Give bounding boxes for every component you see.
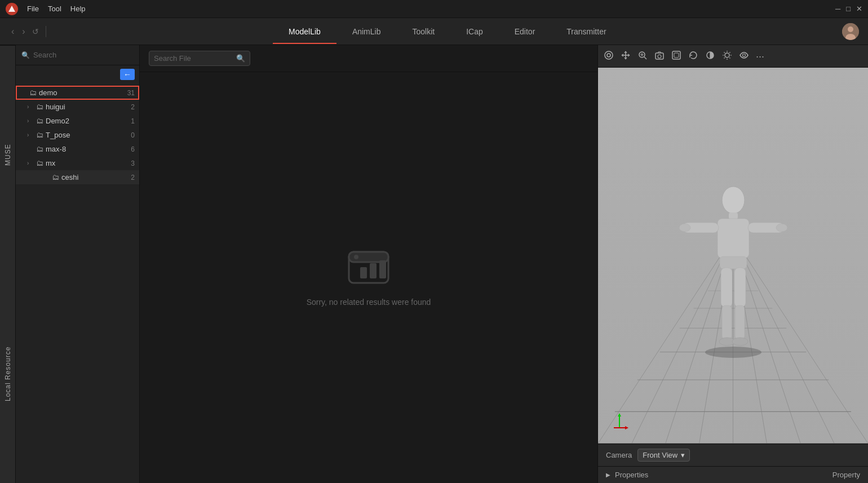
- nav-arrows: ‹ ›: [9, 25, 28, 38]
- tree-arrow-mx: ›: [27, 160, 34, 166]
- nav-refresh-button[interactable]: ↺: [32, 27, 39, 36]
- svg-rect-44: [721, 268, 732, 307]
- properties-row: ▶ Properties Property: [598, 467, 868, 483]
- tree-label-ceshi: ceshi: [61, 173, 126, 181]
- vp-camera-icon[interactable]: [604, 50, 614, 62]
- folder-icon-tpose: 🗂: [36, 131, 43, 139]
- search-file-wrapper: 🔍: [149, 51, 250, 66]
- svg-rect-16: [674, 53, 679, 57]
- folder-icon-mx: 🗂: [36, 159, 43, 167]
- search-file-input[interactable]: [154, 54, 233, 63]
- side-tab-local-resource[interactable]: Local Resource: [0, 264, 15, 483]
- menu-file[interactable]: File: [27, 5, 39, 13]
- vp-frame-icon[interactable]: [671, 50, 681, 62]
- tab-modellib[interactable]: ModelLib: [273, 19, 336, 44]
- tree-label-demo2: Demo2: [46, 117, 126, 125]
- character-3d: [677, 186, 790, 361]
- svg-point-18: [725, 53, 729, 57]
- folder-icon-demo2: 🗂: [36, 117, 43, 125]
- tree-item-max8[interactable]: 🗂 max-8 6: [16, 142, 139, 156]
- tree-list: 🗂 demo 31 › 🗂 huigui 2 › 🗂 Demo2 1 › �: [16, 83, 139, 483]
- svg-point-36: [722, 187, 745, 214]
- nav-forward-button[interactable]: ›: [20, 25, 27, 38]
- content-area: 🔍 Sorry, no related results were found: [140, 45, 597, 483]
- tab-transmitter[interactable]: Transmitter: [551, 19, 622, 44]
- svg-point-2: [848, 26, 853, 32]
- tab-animlib[interactable]: AnimLib: [336, 19, 397, 44]
- tree-item-mx[interactable]: › 🗂 mx 3: [16, 156, 139, 170]
- svg-point-6: [354, 255, 358, 259]
- menu-bar: File Tool Help: [27, 5, 86, 13]
- nav-back-button[interactable]: ‹: [9, 25, 16, 38]
- maximize-button[interactable]: □: [846, 5, 851, 13]
- properties-arrow-icon: ▶: [606, 472, 610, 478]
- svg-rect-37: [729, 212, 738, 219]
- main-layout: MUSE Local Resource 🔍 ← 🗂 demo 31 › 🗂: [0, 45, 868, 483]
- tree-item-ceshi[interactable]: 🗂 ceshi 2: [16, 170, 139, 184]
- tree-item-tpose[interactable]: › 🗂 T_pose 0: [16, 128, 139, 142]
- tree-arrow-demo2: ›: [27, 118, 34, 124]
- vp-snapshot-icon[interactable]: [654, 50, 665, 62]
- camera-select[interactable]: Front View ▾: [637, 449, 690, 462]
- svg-marker-52: [618, 413, 621, 416]
- tab-toolkit[interactable]: Toolkit: [396, 19, 450, 44]
- search-input[interactable]: [33, 51, 134, 59]
- folder-icon-demo: 🗂: [29, 88, 37, 97]
- tree-item-demo[interactable]: 🗂 demo 31: [16, 86, 139, 100]
- nav-bar: ‹ › ↺ ModelLib AnimLib Toolkit ICap Edit…: [0, 18, 868, 45]
- folder-icon-huigui: 🗂: [36, 103, 43, 111]
- tree-label-max8: max-8: [46, 145, 126, 153]
- tree-arrow-tpose: ›: [27, 132, 34, 138]
- vp-brightness-icon[interactable]: [722, 50, 732, 62]
- svg-rect-8: [370, 263, 377, 278]
- chevron-down-icon: ▾: [681, 451, 685, 459]
- vp-contrast-icon[interactable]: [705, 50, 715, 62]
- svg-rect-45: [734, 268, 746, 307]
- axis-indicator: [608, 411, 631, 433]
- empty-message: Sorry, no related results were found: [307, 298, 431, 307]
- nav-separator: [46, 26, 46, 37]
- empty-state: Sorry, no related results were found: [140, 72, 597, 483]
- window-controls: ─ □ ✕: [835, 5, 862, 13]
- side-tabs: MUSE Local Resource: [0, 45, 16, 483]
- vp-eye-icon[interactable]: [739, 50, 749, 62]
- camera-label: Camera: [606, 451, 632, 459]
- menu-help[interactable]: Help: [70, 5, 86, 13]
- app-logo: [6, 3, 18, 15]
- close-button[interactable]: ✕: [856, 5, 862, 13]
- menu-tool[interactable]: Tool: [48, 5, 61, 13]
- viewport-3d: [598, 68, 868, 444]
- tree-count-demo: 31: [127, 89, 135, 97]
- empty-icon: [346, 249, 391, 289]
- user-avatar[interactable]: [842, 23, 859, 40]
- search-file-icon: 🔍: [236, 54, 245, 63]
- svg-rect-9: [379, 260, 386, 278]
- tree-label-demo: demo: [39, 88, 123, 97]
- vp-move-icon[interactable]: [621, 50, 631, 62]
- svg-rect-15: [672, 51, 680, 59]
- viewport-toolbar: ⋯: [598, 45, 868, 68]
- svg-rect-38: [718, 219, 749, 258]
- tree-item-huigui[interactable]: › 🗂 huigui 2: [16, 100, 139, 114]
- content-toolbar: 🔍: [140, 45, 597, 72]
- vp-rotate-icon[interactable]: [688, 50, 698, 62]
- vp-more-icon[interactable]: ⋯: [756, 51, 764, 61]
- title-bar: File Tool Help ─ □ ✕: [0, 0, 868, 18]
- collapse-button[interactable]: ←: [120, 69, 135, 80]
- tree-count-mx: 3: [131, 159, 135, 167]
- viewport-bottom: Camera Front View ▾ ▶ Properties Propert…: [598, 444, 868, 483]
- svg-marker-0: [8, 6, 15, 12]
- tab-editor[interactable]: Editor: [499, 19, 551, 44]
- svg-rect-47: [735, 305, 745, 339]
- side-tab-muse[interactable]: MUSE: [0, 45, 15, 264]
- tree-count-ceshi: 2: [131, 174, 135, 181]
- tree-count-tpose: 0: [131, 131, 135, 139]
- camera-row: Camera Front View ▾: [598, 444, 868, 467]
- tab-icap[interactable]: ICap: [450, 19, 499, 44]
- vp-zoom-icon[interactable]: [637, 50, 648, 62]
- tree-header: ←: [16, 65, 139, 83]
- tree-item-demo2[interactable]: › 🗂 Demo2 1: [16, 114, 139, 128]
- viewport-panel: ⋯: [597, 45, 868, 483]
- minimize-button[interactable]: ─: [835, 5, 840, 13]
- tree-count-max8: 6: [131, 145, 135, 153]
